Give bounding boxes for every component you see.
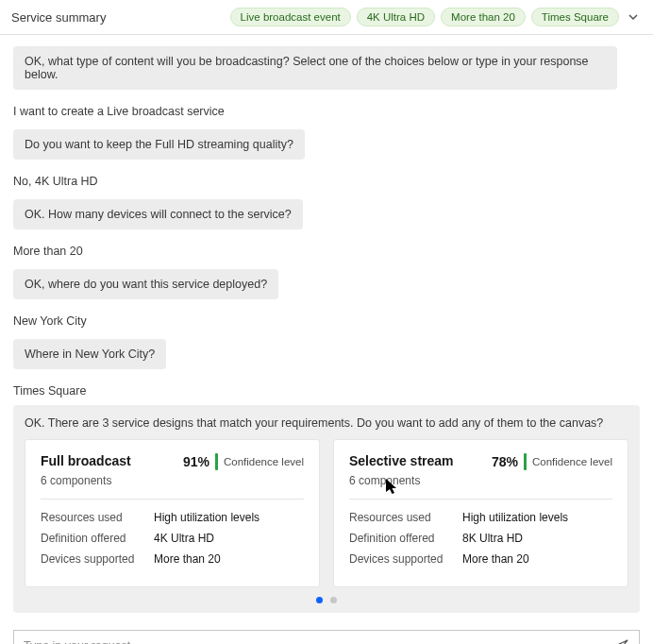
bot-message: Do you want to keep the Full HD streamin… [13, 129, 305, 160]
pagination-dots [25, 597, 628, 603]
spec-label: Definition offered [349, 532, 451, 545]
tag-item[interactable]: Live broadcast event [230, 8, 351, 26]
spec-value: 8K Ultra HD [462, 532, 523, 545]
bot-message: OK. How many devices will connect to the… [13, 199, 303, 229]
spec-value: More than 20 [462, 552, 529, 566]
spec-label: Definition offered [41, 532, 142, 545]
spec-row: Definition offered 8K Ultra HD [349, 532, 612, 545]
page-dot[interactable] [316, 597, 323, 603]
confidence-label: Confidence level [224, 456, 304, 467]
chevron-down-icon[interactable] [625, 10, 642, 24]
user-message: Times Square [13, 384, 640, 398]
cards-row: Full broadcast 91% Confidence level 6 co… [25, 439, 628, 587]
send-icon[interactable] [614, 638, 629, 644]
confidence-bar-icon [524, 453, 527, 470]
user-message: New York City [13, 314, 640, 328]
spec-row: Resources used High utilization levels [349, 511, 612, 524]
summary-header: Service summary Live broadcast event 4K … [0, 0, 653, 35]
confidence-bar-icon [215, 453, 218, 470]
spec-row: Resources used High utilization levels [41, 511, 304, 524]
page-dot[interactable] [330, 597, 337, 603]
spec-value: 4K Ultra HD [154, 532, 214, 545]
results-heading: OK. There are 3 service designs that mat… [25, 416, 628, 430]
page-title: Service summary [11, 10, 106, 25]
spec-label: Devices supported [41, 552, 142, 566]
summary-tags: Live broadcast event 4K Ultra HD More th… [230, 8, 642, 26]
user-message: More than 20 [13, 245, 640, 258]
request-input[interactable] [24, 639, 614, 644]
card-title: Selective stream [349, 453, 454, 468]
spec-value: High utilization levels [462, 511, 568, 524]
conversation: OK, what type of content will you be bro… [0, 35, 653, 398]
user-message: I want to create a Live broadcast servic… [13, 105, 640, 118]
spec-label: Resources used [349, 511, 451, 524]
spec-label: Resources used [41, 511, 142, 524]
confidence: 91% Confidence level [183, 453, 304, 470]
spec-value: High utilization levels [154, 511, 260, 524]
spec-row: Devices supported More than 20 [41, 552, 304, 566]
tag-item[interactable]: 4K Ultra HD [357, 8, 435, 26]
user-message: No, 4K Ultra HD [13, 175, 640, 188]
card-title: Full broadcast [41, 453, 131, 468]
spec-row: Devices supported More than 20 [349, 552, 612, 566]
confidence-label: Confidence level [532, 456, 612, 467]
spec-label: Devices supported [349, 552, 451, 566]
bot-message: OK, where do you want this service deplo… [13, 269, 278, 299]
confidence-percent: 91% [183, 454, 209, 469]
bot-message: Where in New York City? [13, 339, 166, 369]
card-subtitle: 6 components [349, 474, 612, 487]
card-subtitle: 6 components [41, 474, 304, 487]
confidence: 78% Confidence level [492, 453, 612, 470]
confidence-percent: 78% [492, 454, 518, 469]
result-card[interactable]: Selective stream 78% Confidence level 6 … [333, 439, 628, 587]
request-input-bar[interactable] [13, 630, 640, 644]
results-panel: OK. There are 3 service designs that mat… [13, 405, 640, 613]
divider [41, 499, 304, 500]
divider [349, 499, 612, 500]
spec-value: More than 20 [154, 552, 221, 566]
result-card[interactable]: Full broadcast 91% Confidence level 6 co… [25, 439, 320, 587]
bot-message: OK, what type of content will you be bro… [13, 46, 617, 90]
spec-row: Definition offered 4K Ultra HD [41, 532, 304, 545]
tag-item[interactable]: More than 20 [441, 8, 526, 26]
tag-item[interactable]: Times Square [531, 8, 619, 26]
